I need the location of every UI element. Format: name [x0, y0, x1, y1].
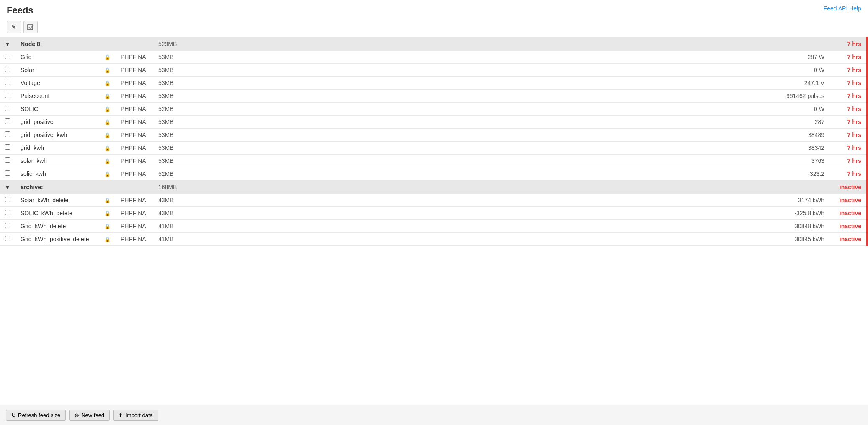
lock-icon: 🔒	[104, 145, 111, 151]
feed-checkbox-cell[interactable]	[0, 142, 16, 155]
feed-checkbox-cell[interactable]	[0, 167, 16, 180]
feed-checkbox-cell[interactable]	[0, 207, 16, 220]
feed-checkbox[interactable]	[5, 223, 10, 228]
feed-checkbox-cell[interactable]	[0, 116, 16, 129]
group-engine	[116, 37, 153, 51]
refresh-feed-size-button[interactable]: ↻ Refresh feed size	[6, 410, 66, 421]
feed-row: Grid 🔒 PHPFINA 53MB 287 W 7 hrs	[0, 51, 867, 64]
feed-name: solic_kwh	[16, 167, 99, 180]
feed-engine: PHPFINA	[116, 77, 153, 90]
feed-spacer	[187, 167, 754, 180]
feed-checkbox[interactable]	[5, 118, 10, 124]
group-header-archive: ▼ archive: 168MB inactive	[0, 180, 867, 194]
checkbox-edit-icon	[27, 24, 34, 30]
group-status: 7 hrs	[829, 37, 867, 51]
lock-icon: 🔒	[104, 54, 111, 60]
feed-checkbox-cell[interactable]	[0, 103, 16, 116]
feed-checkbox[interactable]	[5, 80, 10, 85]
feed-size: 52MB	[153, 103, 187, 116]
edit-button[interactable]: ✎	[7, 21, 21, 33]
feed-spacer	[187, 116, 754, 129]
feed-api-help-link[interactable]: Feed API Help	[824, 5, 861, 12]
feed-size: 53MB	[153, 129, 187, 142]
feed-size: 53MB	[153, 77, 187, 90]
feed-engine: PHPFINA	[116, 142, 153, 155]
feed-status: inactive	[829, 207, 867, 220]
feed-row: Grid_kWh_delete 🔒 PHPFINA 41MB 30848 kWh…	[0, 220, 867, 233]
lock-icon: 🔒	[104, 171, 111, 177]
feed-checkbox[interactable]	[5, 106, 10, 111]
feed-checkbox[interactable]	[5, 157, 10, 163]
feed-checkbox-cell[interactable]	[0, 220, 16, 233]
feed-spacer	[187, 103, 754, 116]
feed-name: Solar_kWh_delete	[16, 194, 99, 207]
feed-size: 53MB	[153, 155, 187, 167]
feed-checkbox[interactable]	[5, 236, 10, 241]
feed-spacer	[187, 90, 754, 103]
group-collapse-btn[interactable]: ▼	[0, 180, 16, 194]
feed-status: 7 hrs	[829, 155, 867, 167]
feed-lock-cell: 🔒	[99, 90, 116, 103]
feed-checkbox-cell[interactable]	[0, 90, 16, 103]
feed-value: 38342	[754, 142, 829, 155]
feed-engine: PHPFINA	[116, 51, 153, 64]
group-name: archive:	[16, 180, 99, 194]
feed-row: solic_kwh 🔒 PHPFINA 52MB -323.2 7 hrs	[0, 167, 867, 180]
group-value	[754, 180, 829, 194]
feed-size: 43MB	[153, 194, 187, 207]
feed-checkbox[interactable]	[5, 93, 10, 98]
feed-lock-cell: 🔒	[99, 155, 116, 167]
lock-icon: 🔒	[104, 132, 111, 138]
feed-size: 53MB	[153, 116, 187, 129]
new-feed-button[interactable]: ⊕ New feed	[69, 410, 110, 421]
feed-checkbox[interactable]	[5, 170, 10, 176]
feed-row: Voltage 🔒 PHPFINA 53MB 247.1 V 7 hrs	[0, 77, 867, 90]
feed-size: 53MB	[153, 51, 187, 64]
group-header-node8: ▼ Node 8: 529MB 7 hrs	[0, 37, 867, 51]
feed-name: SOLIC_kWh_delete	[16, 207, 99, 220]
feed-status: 7 hrs	[829, 142, 867, 155]
feed-name: SOLIC	[16, 103, 99, 116]
feed-spacer	[187, 142, 754, 155]
feed-checkbox-cell[interactable]	[0, 155, 16, 167]
select-button[interactable]	[23, 21, 38, 33]
bottom-toolbar: ↻ Refresh feed size ⊕ New feed ⬆ Import …	[0, 405, 868, 425]
feed-name: grid_positive	[16, 116, 99, 129]
feed-checkbox-cell[interactable]	[0, 194, 16, 207]
feed-row: SOLIC 🔒 PHPFINA 52MB 0 W 7 hrs	[0, 103, 867, 116]
group-collapse-btn[interactable]: ▼	[0, 37, 16, 51]
feed-checkbox-cell[interactable]	[0, 77, 16, 90]
feed-row: SOLIC_kWh_delete 🔒 PHPFINA 43MB -325.8 k…	[0, 207, 867, 220]
import-data-button[interactable]: ⬆ Import data	[113, 410, 158, 421]
feed-checkbox[interactable]	[5, 131, 10, 137]
feed-checkbox-cell[interactable]	[0, 51, 16, 64]
group-status: inactive	[829, 180, 867, 194]
feed-checkbox[interactable]	[5, 144, 10, 150]
refresh-icon: ↻	[11, 412, 16, 418]
feed-checkbox-cell[interactable]	[0, 129, 16, 142]
feed-status: 7 hrs	[829, 90, 867, 103]
feed-name: Voltage	[16, 77, 99, 90]
feed-checkbox[interactable]	[5, 210, 10, 215]
lock-icon: 🔒	[104, 224, 111, 229]
feed-checkbox[interactable]	[5, 197, 10, 202]
feed-value: 961462 pulses	[754, 90, 829, 103]
feed-status: inactive	[829, 194, 867, 207]
feed-name: grid_kwh	[16, 142, 99, 155]
feed-lock-cell: 🔒	[99, 194, 116, 207]
feed-checkbox[interactable]	[5, 54, 10, 59]
feed-checkbox-cell[interactable]	[0, 233, 16, 246]
group-value	[754, 37, 829, 51]
feed-row: grid_positive_kwh 🔒 PHPFINA 53MB 38489 7…	[0, 129, 867, 142]
feed-size: 53MB	[153, 64, 187, 77]
feed-row: Pulsecount 🔒 PHPFINA 53MB 961462 pulses …	[0, 90, 867, 103]
feed-checkbox-cell[interactable]	[0, 64, 16, 77]
feed-checkbox[interactable]	[5, 67, 10, 72]
feed-engine: PHPFINA	[116, 207, 153, 220]
feed-name: Pulsecount	[16, 90, 99, 103]
feed-size: 43MB	[153, 207, 187, 220]
feed-status: 7 hrs	[829, 129, 867, 142]
feed-engine: PHPFINA	[116, 64, 153, 77]
feed-lock-cell: 🔒	[99, 207, 116, 220]
group-name: Node 8:	[16, 37, 99, 51]
